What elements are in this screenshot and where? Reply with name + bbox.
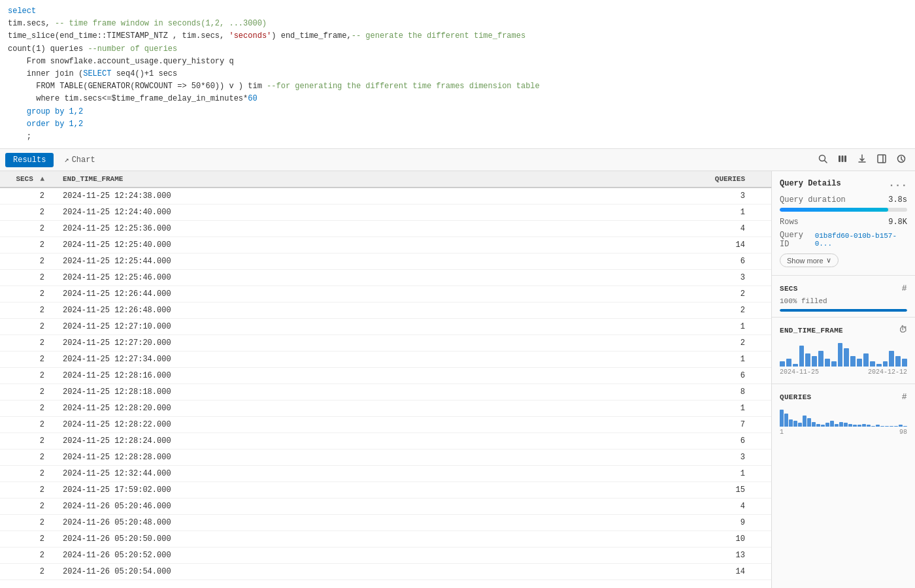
panel-toggle-button[interactable]: [873, 152, 890, 168]
end-time-section-header: END_TIME_FRAME ⏱: [772, 320, 915, 338]
table-row[interactable]: 2 2024-11-25 12:24:38.000 3: [0, 188, 771, 204]
table-row[interactable]: 2 2024-11-26 05:20:50.000 10: [0, 531, 771, 547]
cell-secs: 2: [0, 417, 52, 433]
query-id-row: Query ID 01b8fd60-010b-b157-0...: [772, 229, 915, 251]
divider-2: [772, 317, 915, 318]
table-row[interactable]: 2 2024-11-25 12:26:44.000 2: [0, 286, 771, 302]
end-time-mini-chart: [780, 340, 907, 367]
history-button[interactable]: [893, 152, 910, 168]
mini-bar: [807, 418, 811, 427]
rows-row: Rows 9.8K: [772, 216, 915, 229]
table-row[interactable]: 2 2024-11-25 12:28:22.000 7: [0, 417, 771, 433]
mini-bar: [850, 356, 856, 367]
table-row[interactable]: 2 2024-11-25 12:25:40.000 14: [0, 237, 771, 253]
cell-secs: 2: [0, 498, 52, 515]
table-row[interactable]: 2 2024-11-26 05:20:54.000 14: [0, 564, 771, 580]
mini-bar: [870, 361, 875, 367]
show-more-button[interactable]: Show more ∨: [780, 253, 839, 267]
table-row[interactable]: 2 2024-11-25 12:27:34.000 1: [0, 351, 771, 368]
table-row[interactable]: 2 2024-11-25 12:28:20.000 1: [0, 400, 771, 417]
cell-secs: 2: [0, 253, 52, 270]
table-row[interactable]: 2 2024-11-25 12:26:48.000 2: [0, 302, 771, 319]
table-row[interactable]: 2 2024-11-25 12:25:36.000 4: [0, 221, 771, 237]
chart-tab[interactable]: ↗ Chart: [56, 152, 103, 167]
col-header-end-time[interactable]: END_TIME_FRAME: [52, 171, 314, 188]
table-row[interactable]: 2 2024-11-26 05:20:48.000 9: [0, 515, 771, 531]
cell-secs: 2: [0, 335, 52, 351]
mini-bar: [902, 359, 907, 367]
mini-bar: [876, 425, 880, 427]
mini-bar: [793, 364, 798, 367]
cell-secs: 2: [0, 319, 52, 335]
end-time-chart-labels: 2024-11-25 2024-12-12: [772, 368, 915, 381]
cell-secs: 2: [0, 531, 52, 547]
rows-value: 9.8K: [888, 218, 907, 227]
query-id-value[interactable]: 01b8fd60-010b-b157-0...: [815, 232, 907, 248]
secs-bar-fill: [780, 309, 907, 312]
query-duration-value: 3.8s: [888, 195, 907, 204]
cell-secs: 2: [0, 204, 52, 221]
cell-secs: 2: [0, 564, 52, 580]
chart-icon: ↗: [64, 155, 69, 165]
svg-rect-5: [878, 155, 886, 163]
table-row[interactable]: 2 2024-11-25 12:28:18.000 8: [0, 384, 771, 400]
cell-end-time: 2024-11-25 12:28:18.000: [52, 384, 314, 400]
mini-bar: [889, 351, 894, 367]
cell-end-time: 2024-11-25 12:26:48.000: [52, 302, 314, 319]
cell-end-time: 2024-11-26 05:20:50.000: [52, 531, 314, 547]
cell-queries: 4: [314, 498, 771, 515]
results-panel[interactable]: SECS ▲ END_TIME_FRAME QUERIES 2 2024-11-…: [0, 171, 771, 588]
cell-queries: 1: [314, 400, 771, 417]
cell-secs: 2: [0, 433, 52, 449]
mini-bar: [885, 426, 889, 427]
col-header-secs[interactable]: SECS ▲: [0, 171, 52, 188]
queries-min-label: 1: [780, 429, 784, 436]
mini-bar: [784, 414, 788, 427]
mini-bar: [880, 426, 884, 427]
mini-bar: [818, 351, 824, 367]
mini-bar: [857, 359, 862, 367]
cell-queries: 8: [314, 384, 771, 400]
download-button[interactable]: [854, 152, 871, 168]
table-row[interactable]: 2 2024-11-25 12:27:20.000 2: [0, 335, 771, 351]
secs-detail: 100% filled: [772, 296, 915, 309]
cell-secs: 2: [0, 400, 52, 417]
mini-bar: [844, 348, 849, 367]
cell-secs: 2: [0, 270, 52, 286]
cell-end-time: 2024-11-25 17:59:02.000: [52, 482, 314, 498]
mini-bar: [862, 424, 866, 427]
chevron-down-icon: ∨: [826, 256, 831, 265]
cell-queries: 2: [314, 335, 771, 351]
queries-mini-chart: [780, 407, 907, 427]
table-row[interactable]: 2 2024-11-25 12:25:44.000 6: [0, 253, 771, 270]
table-row[interactable]: 2 2024-11-25 12:28:16.000 6: [0, 368, 771, 384]
table-row[interactable]: 2 2024-11-25 12:27:10.000 1: [0, 319, 771, 335]
cell-end-time: 2024-11-26 05:20:46.000: [52, 498, 314, 515]
cell-queries: 10: [314, 531, 771, 547]
search-button[interactable]: [814, 152, 831, 168]
table-row[interactable]: 2 2024-11-25 12:28:28.000 3: [0, 449, 771, 466]
table-row[interactable]: 2 2024-11-25 12:28:24.000 6: [0, 433, 771, 449]
cell-queries: 6: [314, 433, 771, 449]
cell-end-time: 2024-11-25 12:28:28.000: [52, 449, 314, 466]
cell-queries: 6: [314, 368, 771, 384]
cell-end-time: 2024-11-25 12:24:40.000: [52, 204, 314, 221]
col-header-queries[interactable]: QUERIES: [314, 171, 771, 188]
table-row[interactable]: 2 2024-11-26 05:20:52.000 13: [0, 547, 771, 564]
table-row[interactable]: 2 2024-11-25 17:59:02.000 15: [0, 482, 771, 498]
details-menu-button[interactable]: ...: [888, 178, 907, 189]
cell-end-time: 2024-11-25 12:25:44.000: [52, 253, 314, 270]
cell-secs: 2: [0, 449, 52, 466]
cell-queries: 6: [314, 253, 771, 270]
cell-end-time: 2024-11-26 05:20:48.000: [52, 515, 314, 531]
columns-button[interactable]: [834, 152, 851, 168]
table-row[interactable]: 2 2024-11-25 12:24:40.000 1: [0, 204, 771, 221]
cell-queries: 14: [314, 564, 771, 580]
table-row[interactable]: 2 2024-11-25 12:25:46.000 3: [0, 270, 771, 286]
table-row[interactable]: 2 2024-11-25 12:32:44.000 1: [0, 466, 771, 482]
code-editor: selecttim.secs, -- time frame window in …: [0, 0, 915, 149]
table-row[interactable]: 2 2024-11-26 05:20:46.000 4: [0, 498, 771, 515]
results-tab[interactable]: Results: [5, 153, 54, 167]
query-details-title: Query Details: [780, 179, 841, 188]
divider-3: [772, 384, 915, 384]
